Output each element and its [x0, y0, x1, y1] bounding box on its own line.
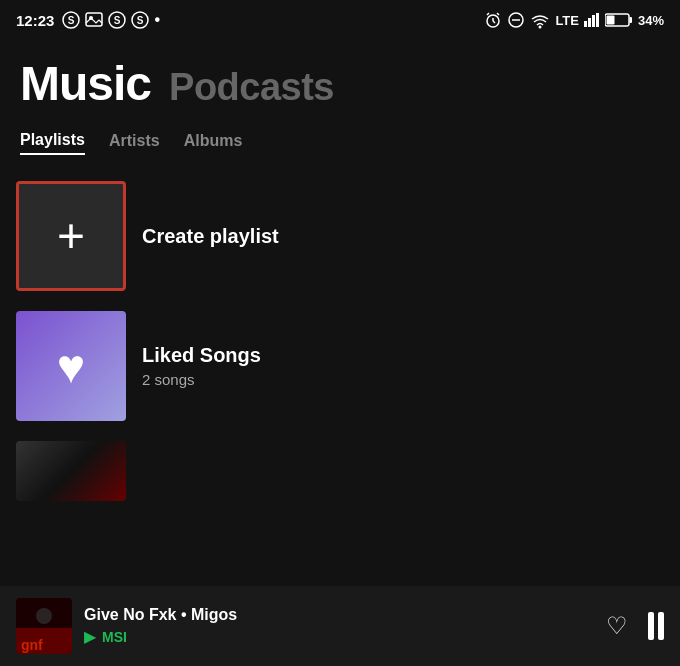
svg-rect-17 [588, 18, 591, 27]
plus-icon: + [57, 212, 85, 260]
pause-button[interactable] [648, 612, 664, 640]
svg-line-10 [493, 21, 495, 23]
svg-point-26 [36, 608, 52, 624]
create-playlist-info: Create playlist [142, 225, 279, 248]
status-right: LTE 34% [484, 11, 664, 29]
album-art: gnf [16, 598, 72, 654]
create-playlist-label: Create playlist [142, 225, 279, 248]
partial-thumb-image [16, 441, 126, 501]
alarm-icon [484, 11, 502, 29]
status-bar: 12:23 S S S • [0, 0, 680, 36]
content-tabs: Playlists Artists Albums [0, 121, 680, 171]
like-button[interactable]: ♡ [606, 612, 628, 640]
status-left: 12:23 S S S • [16, 11, 160, 29]
create-playlist-thumb: + [16, 181, 126, 291]
battery-icon [605, 13, 633, 27]
status-time: 12:23 [16, 12, 54, 29]
partial-playlist-thumb [16, 441, 126, 501]
liked-songs-thumb: ♥ [16, 311, 126, 421]
svg-rect-22 [606, 16, 614, 25]
liked-songs-count: 2 songs [142, 371, 261, 388]
svg-line-11 [487, 13, 489, 15]
tab-albums[interactable]: Albums [184, 132, 243, 154]
now-playing-info: Give No Fxk • Migos ▶ MSI [84, 606, 594, 646]
shazam-icon: S [108, 11, 126, 29]
main-header: Music Podcasts [0, 36, 680, 121]
image-icon [85, 11, 103, 29]
liked-songs-info: Liked Songs 2 songs [142, 344, 261, 388]
status-app-icons: S S S • [62, 11, 160, 29]
now-playing-title: Give No Fxk • Migos [84, 606, 237, 623]
tab-playlists[interactable]: Playlists [20, 131, 85, 155]
now-playing-controls: ♡ [606, 612, 664, 640]
svg-line-12 [497, 13, 499, 15]
dot-indicator: • [154, 11, 160, 29]
svg-rect-21 [629, 17, 632, 23]
svg-text:S: S [68, 15, 75, 26]
svg-rect-19 [596, 13, 599, 27]
partial-playlist-item[interactable] [16, 431, 664, 501]
heart-filled-icon: ♥ [57, 339, 86, 394]
svg-rect-16 [584, 21, 587, 27]
now-playing-source-name: MSI [102, 629, 127, 645]
playlist-list: + Create playlist ♥ Liked Songs 2 songs [0, 171, 680, 501]
svg-text:gnf: gnf [21, 637, 43, 653]
now-playing-source-icon: ▶ [84, 627, 96, 646]
liked-songs-item[interactable]: ♥ Liked Songs 2 songs [16, 301, 664, 431]
svg-rect-18 [592, 15, 595, 27]
wifi-icon [530, 11, 550, 29]
music-tab-header[interactable]: Music [20, 56, 151, 111]
svg-rect-2 [86, 13, 102, 26]
spotify-icon: S [62, 11, 80, 29]
liked-songs-label: Liked Songs [142, 344, 261, 367]
podcasts-tab-header[interactable]: Podcasts [169, 66, 334, 109]
create-playlist-item[interactable]: + Create playlist [16, 171, 664, 301]
soundcloud-icon: S [131, 11, 149, 29]
battery-percent: 34% [638, 13, 664, 28]
signal-icon [584, 13, 600, 27]
svg-text:S: S [137, 15, 144, 26]
now-playing-thumb: gnf [16, 598, 72, 654]
pause-bar-left [648, 612, 654, 640]
minus-icon [507, 11, 525, 29]
tab-artists[interactable]: Artists [109, 132, 160, 154]
pause-bar-right [658, 612, 664, 640]
lte-label: LTE [555, 13, 579, 28]
svg-text:S: S [114, 15, 121, 26]
now-playing-bar[interactable]: gnf Give No Fxk • Migos ▶ MSI ♡ [0, 586, 680, 666]
svg-point-15 [539, 26, 542, 29]
now-playing-subtitle: ▶ MSI [84, 627, 594, 646]
